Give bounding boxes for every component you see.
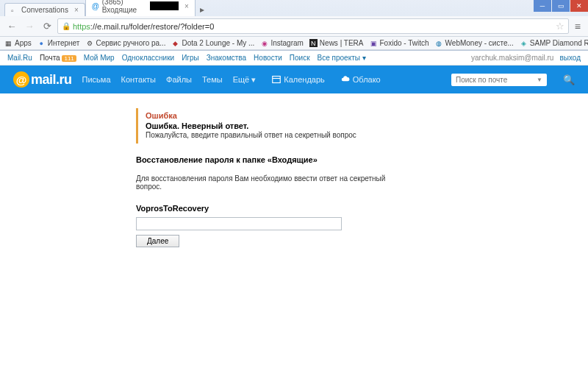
secret-question: VoprosToRecovery bbox=[136, 204, 412, 213]
instruction-text: Для восстановления пароля Вам необходимо… bbox=[136, 174, 412, 191]
window-maximize-button[interactable]: ▭ bbox=[552, 0, 570, 12]
address-bar: ← → ⟳ 🔒 https://e.mail.ru/folder/restore… bbox=[0, 16, 588, 37]
bookmark-label: Instagram bbox=[270, 39, 303, 47]
apps-label: Apps bbox=[15, 39, 32, 47]
bookmark-item[interactable]: ▣Foxido - Twitch bbox=[370, 39, 429, 47]
mailru-portal-bar: Mail.Ru Почта 111 Мой Мир Одноклассники … bbox=[0, 51, 588, 66]
bookmark-star-icon[interactable]: ☆ bbox=[556, 21, 564, 32]
portal-link-label: Почта bbox=[40, 54, 60, 62]
bookmark-item[interactable]: ⚙Сервис ручного ра... bbox=[85, 39, 165, 47]
nav-themes[interactable]: Темы bbox=[202, 75, 223, 84]
bookmarks-bar: ▦ Apps ●Интернет ⚙Сервис ручного ра... ◆… bbox=[0, 37, 588, 50]
tab-label: (3865) Входящие bbox=[102, 0, 147, 14]
samp-icon: ◈ bbox=[520, 39, 528, 47]
bookmark-item[interactable]: ◆Dota 2 Lounge - My ... bbox=[171, 39, 254, 47]
tab-inbox[interactable]: @ (3865) Входящие × bbox=[85, 0, 196, 16]
chevron-down-icon[interactable]: ▼ bbox=[537, 77, 542, 83]
bookmark-item[interactable]: NNews | TERA bbox=[309, 39, 364, 47]
bookmark-label: Сервис ручного ра... bbox=[96, 39, 165, 47]
reload-button[interactable]: ⟳ bbox=[40, 19, 54, 34]
unread-badge: 111 bbox=[62, 55, 76, 62]
bookmark-label: Foxido - Twitch bbox=[380, 39, 429, 47]
portal-link[interactable]: Одноклассники bbox=[122, 54, 174, 62]
user-email[interactable]: yarchuk.maksim@mail.ru bbox=[471, 54, 553, 62]
mailru-logo[interactable]: @ mail.ru bbox=[13, 71, 72, 88]
bookmark-label: Dota 2 Lounge - My ... bbox=[182, 39, 254, 47]
error-label: Ошибка bbox=[146, 111, 404, 120]
close-icon[interactable]: × bbox=[74, 6, 79, 14]
portal-link[interactable]: Новости bbox=[254, 54, 282, 62]
nav-more-label: Ещё bbox=[233, 75, 250, 84]
webmoney-icon: ◍ bbox=[435, 39, 443, 47]
page-icon: ▫ bbox=[11, 7, 18, 14]
bookmark-item[interactable]: ◈SAMP Diamond Rol... bbox=[520, 39, 588, 47]
submit-button[interactable]: Далее bbox=[136, 235, 179, 247]
error-heading: Ошибка. Неверный ответ. bbox=[146, 121, 404, 130]
nav-files[interactable]: Файлы bbox=[166, 75, 192, 84]
svg-rect-0 bbox=[273, 77, 281, 83]
apps-button[interactable]: ▦ Apps bbox=[4, 39, 32, 47]
portal-link[interactable]: Mail.Ru bbox=[7, 54, 32, 62]
error-text: Пожалуйста, введите правильный ответ на … bbox=[146, 131, 404, 139]
cloud-label: Облако bbox=[353, 75, 381, 84]
search-icon[interactable]: 🔍 bbox=[563, 74, 575, 85]
nav-more[interactable]: Ещё ▾ bbox=[233, 75, 257, 85]
page-content: Ошибка Ошибка. Неверный ответ. Пожалуйст… bbox=[0, 93, 412, 247]
new-tab-button[interactable]: ▸ bbox=[196, 3, 209, 16]
url-input[interactable]: 🔒 https://e.mail.ru/folder/restore/?fold… bbox=[57, 18, 569, 34]
portal-link[interactable]: Поиск bbox=[290, 54, 310, 62]
section-title: Восстановление пароля к папке «Входящие» bbox=[136, 155, 412, 164]
nav-cloud[interactable]: Облако bbox=[341, 75, 381, 84]
bookmark-item[interactable]: ◍WebMoney - систе... bbox=[435, 39, 514, 47]
cloud-icon bbox=[341, 75, 350, 84]
instagram-icon: ◉ bbox=[260, 39, 268, 47]
window-close-button[interactable]: ✕ bbox=[570, 0, 588, 12]
window-controls: ─ ▭ ✕ bbox=[534, 0, 588, 12]
tab-conversations[interactable]: ▫ Conversations × bbox=[4, 3, 85, 16]
apps-icon: ▦ bbox=[4, 39, 12, 47]
bookmark-label: WebMoney - систе... bbox=[445, 39, 514, 47]
tab-strip: ▫ Conversations × @ (3865) Входящие × ▸ bbox=[0, 0, 588, 16]
bookmark-label: SAMP Diamond Rol... bbox=[530, 39, 588, 47]
portal-link[interactable]: Мой Мир bbox=[84, 54, 115, 62]
dota-icon: ◆ bbox=[171, 39, 179, 47]
nav-calendar[interactable]: Календарь bbox=[272, 75, 325, 84]
mail-header: @ mail.ru Письма Контакты Файлы Темы Ещё… bbox=[0, 66, 588, 93]
gear-icon: ⚙ bbox=[85, 39, 93, 47]
bookmark-label: Интернет bbox=[48, 39, 80, 47]
nav-letters[interactable]: Письма bbox=[82, 75, 111, 84]
all-projects-label: Все проекты bbox=[318, 54, 360, 62]
bookmark-label: News | TERA bbox=[320, 39, 364, 47]
forward-button[interactable]: → bbox=[22, 19, 37, 34]
window-minimize-button[interactable]: ─ bbox=[534, 0, 551, 12]
bookmark-item[interactable]: ◉Instagram bbox=[260, 39, 303, 47]
error-box: Ошибка Ошибка. Неверный ответ. Пожалуйст… bbox=[136, 108, 412, 144]
portal-all-projects[interactable]: Все проекты ▾ bbox=[318, 54, 366, 62]
search-input[interactable] bbox=[456, 76, 537, 84]
portal-user-area: yarchuk.maksim@mail.ru выход bbox=[471, 54, 581, 62]
portal-link[interactable]: Игры bbox=[182, 54, 199, 62]
bookmark-item[interactable]: ●Интернет bbox=[37, 39, 80, 47]
url-rest: ://e.mail.ru/folder/restore/?folder=0 bbox=[90, 22, 214, 31]
browser-chrome: ─ ▭ ✕ ▫ Conversations × @ (3865) Входящи… bbox=[0, 0, 588, 51]
browser-menu-button[interactable]: ≡ bbox=[572, 21, 584, 32]
logout-link[interactable]: выход bbox=[559, 54, 581, 62]
twitch-icon: ▣ bbox=[370, 39, 378, 47]
portal-link[interactable]: Знакомства bbox=[207, 54, 246, 62]
lock-icon: 🔒 bbox=[62, 22, 71, 30]
nav-contacts[interactable]: Контакты bbox=[121, 75, 157, 84]
search-box[interactable]: ▼ bbox=[451, 74, 547, 86]
tab-label: Conversations bbox=[21, 6, 68, 14]
answer-input[interactable] bbox=[136, 217, 342, 230]
redacted-region bbox=[150, 1, 179, 10]
close-icon[interactable]: × bbox=[184, 2, 189, 10]
globe-icon: ● bbox=[37, 39, 46, 47]
news-icon: N bbox=[309, 39, 318, 47]
logo-text: mail.ru bbox=[31, 72, 72, 88]
back-button[interactable]: ← bbox=[4, 19, 19, 34]
at-icon: @ bbox=[13, 71, 29, 88]
mailru-icon: @ bbox=[92, 2, 99, 10]
url-scheme: https bbox=[73, 22, 90, 31]
calendar-icon bbox=[272, 75, 281, 84]
portal-link-active[interactable]: Почта 111 bbox=[40, 54, 76, 62]
